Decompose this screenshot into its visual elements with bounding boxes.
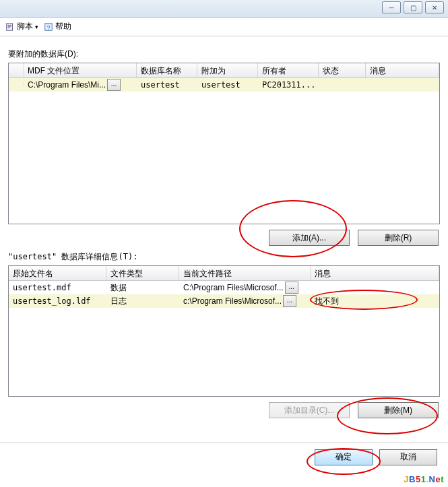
col-file-type[interactable]: 文件类型 bbox=[106, 266, 179, 280]
cell-state bbox=[319, 84, 366, 86]
script-icon bbox=[5, 22, 15, 32]
cell-path: C:\Program Files\Microsof... bbox=[183, 283, 284, 292]
add-directory-button: 添加目录(C)... bbox=[269, 402, 350, 418]
add-button[interactable]: 添加(A)... bbox=[269, 230, 350, 246]
col-owner[interactable]: 所有者 bbox=[258, 63, 319, 77]
attach-db-label: 要附加的数据库(D): bbox=[8, 48, 440, 60]
cell-owner: PC201311... bbox=[258, 79, 319, 91]
cell-attach: usertest bbox=[197, 79, 258, 91]
browse-mdf-button[interactable]: ... bbox=[107, 79, 121, 91]
file-row[interactable]: usertest_log.ldf 日志 c:\Program Files\Mic… bbox=[9, 294, 439, 308]
script-label: 脚本 bbox=[17, 21, 33, 32]
remove-db-button[interactable]: 删除(R) bbox=[358, 230, 439, 246]
cell-mdf: C:\Program Files\Mi... bbox=[28, 80, 106, 90]
help-button[interactable]: ? 帮助 bbox=[44, 21, 71, 32]
db-row[interactable]: C:\Program Files\Mi...... usertest usert… bbox=[9, 78, 439, 92]
col-attach-as[interactable]: 附加为 bbox=[197, 63, 258, 77]
db-details-grid[interactable]: 原始文件名 文件类型 当前文件路径 消息 usertest.mdf 数据 C:\… bbox=[8, 265, 440, 397]
col-mdf-location[interactable]: MDF 文件位置 bbox=[24, 63, 137, 77]
cancel-button[interactable]: 取消 bbox=[379, 449, 437, 465]
cell-orig: usertest_log.ldf bbox=[9, 295, 106, 307]
file-row[interactable]: usertest.mdf 数据 C:\Program Files\Microso… bbox=[9, 281, 439, 294]
browse-path-button[interactable]: ... bbox=[285, 282, 298, 294]
col-state[interactable]: 状态 bbox=[319, 63, 366, 77]
help-icon: ? bbox=[44, 22, 53, 32]
col-current-path[interactable]: 当前文件路径 bbox=[179, 266, 311, 280]
col-orig-filename[interactable]: 原始文件名 bbox=[9, 266, 106, 280]
cell-dmsg bbox=[311, 286, 439, 289]
cell-message bbox=[366, 84, 439, 86]
dialog-footer: 确定 取消 bbox=[0, 443, 448, 471]
attach-db-grid[interactable]: MDF 文件位置 数据库名称 附加为 所有者 状态 消息 C:\Program … bbox=[8, 63, 440, 224]
browse-path-button[interactable]: ... bbox=[283, 295, 296, 307]
cell-dmsg: 找不到 bbox=[311, 294, 439, 309]
minimize-button[interactable]: ─ bbox=[382, 1, 401, 13]
maximize-button[interactable]: ▢ bbox=[404, 1, 422, 13]
svg-text:?: ? bbox=[47, 24, 51, 30]
close-button[interactable]: ✕ bbox=[425, 1, 444, 13]
cell-dbname: usertest bbox=[137, 79, 197, 91]
dialog-toolbar: 脚本 ▾ ? 帮助 bbox=[0, 18, 448, 36]
cell-type: 日志 bbox=[106, 294, 179, 309]
ok-button[interactable]: 确定 bbox=[315, 449, 373, 465]
dropdown-icon: ▾ bbox=[35, 24, 38, 30]
col-message[interactable]: 消息 bbox=[366, 63, 439, 77]
window-titlebar: ─ ▢ ✕ bbox=[0, 0, 448, 18]
col-db-name[interactable]: 数据库名称 bbox=[137, 63, 197, 77]
watermark: JB51.Net bbox=[404, 474, 444, 484]
script-dropdown[interactable]: 脚本 ▾ bbox=[5, 21, 38, 32]
cell-type: 数据 bbox=[106, 281, 179, 295]
svg-rect-0 bbox=[7, 23, 13, 30]
help-label: 帮助 bbox=[55, 21, 71, 32]
col-detail-message[interactable]: 消息 bbox=[311, 266, 439, 280]
db-details-label: "usertest" 数据库详细信息(T): bbox=[8, 251, 440, 263]
row-header-col bbox=[9, 63, 24, 77]
cell-path: c:\Program Files\Microsof... bbox=[183, 296, 282, 306]
cell-orig: usertest.mdf bbox=[9, 282, 106, 294]
remove-file-button[interactable]: 删除(M) bbox=[358, 402, 439, 418]
